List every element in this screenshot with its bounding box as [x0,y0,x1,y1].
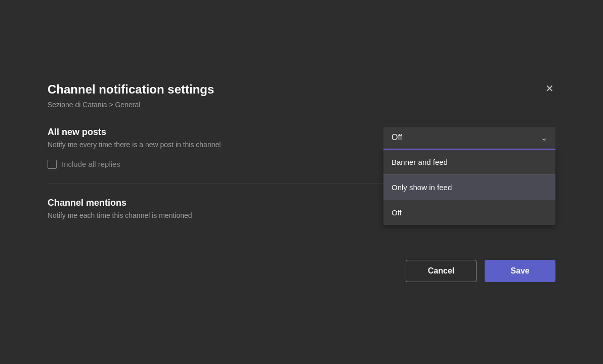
all-new-posts-description: Notify me every time there is a new post… [48,141,383,149]
all-new-posts-label: All new posts [48,127,383,138]
close-icon: ✕ [545,82,554,95]
dialog-subtitle: Sezione di Catania > General [48,101,555,109]
all-new-posts-row: All new posts Notify me every time there… [48,127,555,150]
include-all-replies-checkbox[interactable] [48,160,57,169]
dropdown-item-only-show-in-feed[interactable]: Only show in feed [383,174,555,200]
all-new-posts-label-group: All new posts Notify me every time there… [48,127,383,149]
include-all-replies-label: Include all replies [62,160,120,168]
dropdown-item-off[interactable]: Off [383,200,555,225]
channel-notification-dialog: ✕ Channel notification settings Sezione … [23,62,580,302]
dialog-title: Channel notification settings [48,82,555,97]
close-button[interactable]: ✕ [541,80,557,97]
dropdown-menu: Banner and feed Only show in feed Off [383,150,555,225]
cancel-button[interactable]: Cancel [406,260,477,282]
dropdown-item-banner-and-feed[interactable]: Banner and feed [383,150,555,174]
dropdown-selected-value: Off [392,133,402,142]
all-new-posts-dropdown-container: Off ⌄ Banner and feed Only show in feed … [383,127,555,150]
all-new-posts-dropdown-trigger[interactable]: Off ⌄ [383,127,555,150]
dialog-footer: Cancel Save [48,260,555,282]
save-button[interactable]: Save [485,260,555,282]
chevron-down-icon: ⌄ [541,133,547,143]
